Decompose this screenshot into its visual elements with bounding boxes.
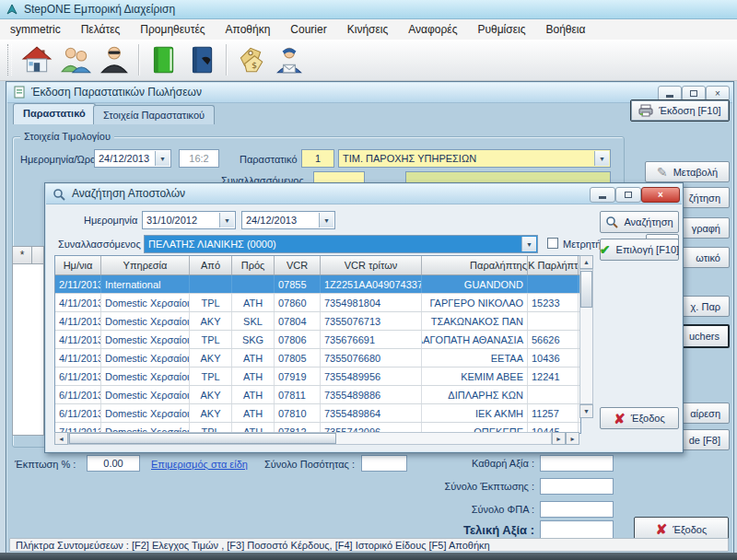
- discount-total-field[interactable]: [540, 478, 614, 495]
- table-cell: ATH: [232, 294, 275, 311]
- dialog-minimize-button[interactable]: [590, 187, 615, 203]
- table-cell: ΚΕΜΙΜ ΑΒΕΕ: [422, 368, 528, 385]
- menu-item-customers[interactable]: Πελάτες: [71, 20, 131, 39]
- stock-book-icon[interactable]: [146, 42, 181, 77]
- invoice-groupbox-title: Στοιχεία Τιμολογίου: [20, 131, 114, 142]
- allocate-link[interactable]: Επιμερισμός στα είδη: [151, 459, 248, 470]
- table-cell: Domestic Χερσαίοι: [101, 386, 190, 403]
- column-header[interactable]: Παραλήπτης: [422, 256, 528, 274]
- table-header-row: Ημ/νια Υπηρεσία Από Πρός VCR VCR τρίτων …: [55, 256, 580, 275]
- menu-item-help[interactable]: Βοήθεια: [535, 20, 595, 39]
- main-window-titlebar[interactable]: Έκδοση Παραστατικών Πωλήσεων: [7, 83, 732, 103]
- table-cell: Domestic Χερσαίοι: [101, 331, 190, 348]
- horizontal-scrollbar[interactable]: [68, 432, 552, 445]
- tab-stoixeia-parastatikou[interactable]: Στοιχεία Παραστατικού: [93, 105, 215, 124]
- document-icon: [13, 86, 26, 99]
- dialog-search-button[interactable]: Αναζήτηση: [600, 211, 679, 233]
- grid-corner-cell: *: [12, 246, 32, 264]
- menubar: symmetric Πελάτες Προμηθευτές Αποθήκη Co…: [0, 19, 737, 41]
- dialog-partner-label: Συναλλασσόμενος: [58, 239, 141, 250]
- pane-splitter[interactable]: ▸: [566, 432, 579, 445]
- vertical-scrollbar[interactable]: [579, 269, 593, 404]
- date-from-combobox[interactable]: 31/10/2012 ▼: [142, 211, 236, 229]
- dialog-select-button[interactable]: ✔ Επιλογή [F10]: [600, 239, 679, 261]
- table-cell: 4/11/2013: [55, 312, 101, 330]
- scrollbar-thumb[interactable]: [69, 433, 336, 444]
- table-cell: ATH: [232, 386, 275, 403]
- menu-item-symmetric[interactable]: symmetric: [0, 20, 71, 39]
- status-bar: Πλήκτρα Συντομεύσεων : [F2] Ελεγχος Τιμώ…: [9, 538, 729, 552]
- column-header[interactable]: Πρός: [232, 256, 275, 274]
- customers-icon[interactable]: [58, 42, 93, 77]
- table-cell: 7355076713: [321, 312, 422, 330]
- chevron-down-icon[interactable]: ▼: [319, 213, 333, 228]
- home-icon[interactable]: [19, 42, 54, 77]
- check-icon: ✔: [600, 243, 611, 256]
- time-field[interactable]: 16:2: [179, 149, 219, 168]
- table-row[interactable]: 4/11/2013Domestic ΧερσαίοιTPLATH07860735…: [55, 294, 580, 312]
- courier-mail-icon[interactable]: [272, 42, 307, 77]
- counter-checkbox[interactable]: [547, 238, 558, 249]
- window-bottom-edge: [0, 553, 737, 560]
- chevron-down-icon[interactable]: ▼: [155, 151, 170, 166]
- table-row[interactable]: 6/11/2013Domestic ΧερσαίοιTPLATH07919735…: [55, 368, 580, 386]
- chevron-down-icon[interactable]: ▼: [219, 213, 234, 228]
- menu-item-courier[interactable]: Courier: [280, 20, 336, 39]
- menu-item-movements[interactable]: Κινήσεις: [337, 20, 399, 39]
- scroll-right-icon[interactable]: ►: [552, 432, 566, 445]
- column-header[interactable]: ΤΚ Παρλήπτη: [528, 256, 579, 274]
- chevron-down-icon[interactable]: ▼: [521, 237, 536, 251]
- menu-item-reports[interactable]: Αναφορές: [398, 20, 467, 39]
- menu-item-settings[interactable]: Ρυθμίσεις: [467, 20, 535, 39]
- ledger-book-icon[interactable]: [184, 42, 219, 77]
- table-cell: ΕΕΤΑΑ: [422, 349, 528, 367]
- supplier-icon[interactable]: [97, 42, 132, 77]
- shipments-table: Ημ/νια Υπηρεσία Από Πρός VCR VCR τρίτων …: [54, 255, 581, 434]
- document-number-field[interactable]: 1: [301, 149, 334, 168]
- column-header[interactable]: VCR τρίτων: [321, 256, 422, 274]
- table-cell: 07860: [275, 294, 321, 311]
- scroll-up-icon[interactable]: ▲: [579, 255, 593, 269]
- table-row[interactable]: 4/11/2013Domestic ΧερσαίοιAKYSKL07804735…: [55, 312, 580, 331]
- dialog-close-icon[interactable]: ×: [641, 187, 680, 203]
- discount-label: Έκπτωση % :: [15, 459, 76, 470]
- document-type-combobox[interactable]: ΤΙΜ. ΠΑΡΟΧΗΣ ΥΠΗΡΕΣΙΩΝ ▼: [338, 149, 611, 168]
- menu-item-warehouse[interactable]: Αποθήκη: [216, 20, 281, 39]
- vat-total-field[interactable]: [540, 501, 614, 518]
- datetime-label: Ημερομηνία/Ώρα: [20, 154, 96, 165]
- net-value-field[interactable]: [540, 455, 614, 472]
- menu-item-suppliers[interactable]: Προμηθευτές: [130, 20, 215, 39]
- dialog-maximize-button[interactable]: [615, 187, 641, 203]
- table-row[interactable]: 6/11/2013Domestic ΧερσαίοιAKYATH07811735…: [55, 386, 580, 404]
- scroll-down-icon[interactable]: ▼: [579, 404, 593, 418]
- date-combobox[interactable]: 24/12/2013 ▼: [94, 149, 171, 168]
- tab-parastatiko[interactable]: Παραστατικό: [13, 103, 96, 124]
- chevron-down-icon[interactable]: ▼: [594, 151, 609, 166]
- dialog-titlebar[interactable]: Αναζήτηση Αποστολών ×: [46, 184, 682, 204]
- vat-total-label: Σύνολο ΦΠΑ :: [451, 504, 534, 515]
- issue-button[interactable]: Έκδοση [F10]: [630, 99, 730, 122]
- discount-field[interactable]: 0.00: [87, 455, 140, 472]
- table-cell: [232, 275, 275, 293]
- os-titlebar[interactable]: StepONE Εμπορική Διαχείριση: [0, 0, 737, 19]
- table-cell: 07855: [275, 275, 321, 293]
- dialog-date-label: Ημερομηνία: [84, 215, 137, 226]
- column-header[interactable]: Ημ/νια: [55, 256, 101, 274]
- table-row[interactable]: 2/11/2013International078551Z2251AA04907…: [55, 275, 580, 294]
- edit-button[interactable]: ✎ Μεταβολή: [645, 161, 730, 182]
- scroll-left-icon[interactable]: ◄: [54, 432, 68, 445]
- table-row[interactable]: 4/11/2013Domestic ΧερσαίοιAKYATH07805735…: [55, 349, 580, 368]
- dialog-exit-button[interactable]: ✘ Έξοδος: [600, 407, 679, 429]
- table-row[interactable]: 6/11/2013Domestic ΧερσαίοιAKYATH07810735…: [55, 404, 580, 423]
- toolbar-grip[interactable]: [7, 44, 12, 76]
- date-to-combobox[interactable]: 24/12/2013 ▼: [241, 211, 335, 229]
- quantity-field[interactable]: [361, 455, 407, 472]
- column-header[interactable]: Από: [190, 256, 232, 274]
- partner-combobox[interactable]: ΠΕΛΑΤΗΣ ΛΙΑΝΙΚΗΣ (0000) ▼: [144, 235, 538, 253]
- quantity-label: Σύνολο Ποσότητας :: [264, 459, 355, 470]
- price-tags-icon[interactable]: $: [233, 42, 268, 77]
- scrollbar-thumb[interactable]: [580, 271, 592, 308]
- column-header[interactable]: VCR: [275, 256, 321, 274]
- table-row[interactable]: 4/11/2013Domestic ΧερσαίοιTPLSKG07806735…: [55, 331, 580, 349]
- column-header[interactable]: Υπηρεσία: [101, 256, 190, 274]
